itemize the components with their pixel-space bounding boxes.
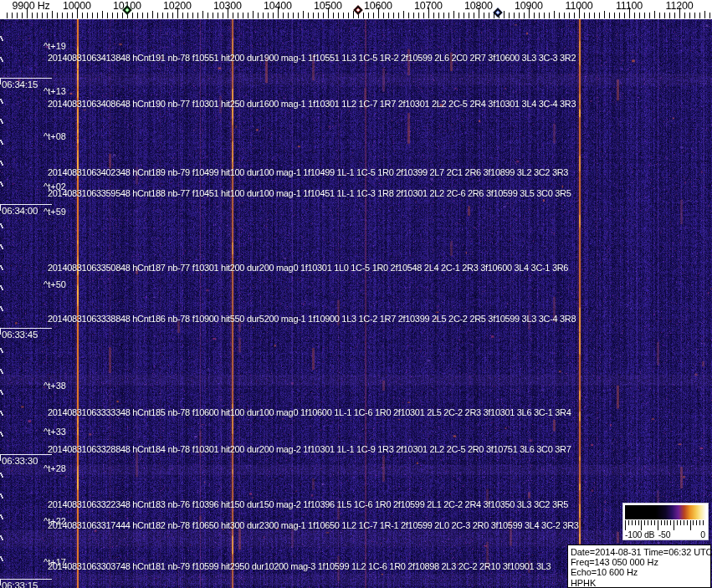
detection-log-row: 20140831063408648 hCnt190 nb-77 f10301 h… [48,99,576,109]
detection-log-row: 20140831063333348 hCnt185 nb-78 f10600 h… [48,407,571,417]
detection-log-row: 20140831063303748 hCnt181 nb-79 f10599 h… [48,561,551,571]
status-info-box: Date=2014-08-31 Time=06:32 UTCFreq=143 0… [567,545,711,588]
detection-log-row: 20140831063328848 hCnt184 nb-78 f10301 h… [48,444,571,454]
detection-log-row: 20140831063402348 hCnt189 nb-79 f10499 h… [48,167,568,177]
freq-tick-label: 10700 [414,0,443,12]
marker-center-dot [356,8,360,12]
detection-t-mark: ^t+28 [44,463,66,473]
marker-center-dot [125,8,129,12]
detection-t-mark: ^t+08 [44,131,66,141]
detection-log-row: 20140831063413848 hCnt191 nb-78 f10551 h… [48,53,576,63]
info-box-line: Date=2014-08-31 Time=06:32 UTC [571,547,710,557]
detection-t-mark: ^t+50 [44,279,66,289]
db-gradient-bar [625,505,706,519]
freq-tick-label: 11100 [616,0,643,12]
detection-t-mark: ^t+19 [44,41,66,51]
time-axis-label: 06:34:15 [2,79,38,89]
detection-log-row: 20140831063317444 hCnt182 nb-78 f10650 h… [48,520,579,530]
detection-t-mark: ^t+33 [44,427,66,437]
info-box-line: Echo=10 600 Hz [571,567,710,577]
detection-t-mark: ^t+38 [44,381,66,391]
freq-tick-label: 10000 [63,0,91,12]
freq-tick-label: 10300 [213,0,242,12]
freq-tick-label: 10800 [464,0,493,12]
db-label-mid: -50 [658,529,671,539]
time-axis-label: 06:33:15 [2,580,38,588]
freq-tick-label: 11200 [666,0,694,12]
freq-tick-label: 11000 [566,0,593,12]
detection-log-row: 20140831063359548 hCnt188 nb-77 f10451 h… [48,188,571,198]
freq-tick-label: 10900 [515,0,543,12]
info-box-line: Freq=143 050 000 Hz [571,557,710,567]
marker-center-dot [496,11,499,14]
detection-t-mark: ^t+59 [44,207,66,217]
db-scale-labels: -100 dB -50 0 [625,529,706,540]
db-label-max: 0 [700,529,705,539]
detection-log-row: 20140831063350848 hCnt187 nb-77 f10301 h… [48,263,568,273]
freq-tick-label: 10400 [264,0,292,12]
db-color-scale: -100 dB -50 0 [622,503,709,540]
detection-log-row: 20140831063338848 hCnt186 nb-78 f10900 h… [48,314,576,324]
detection-log-row: 20140831063322348 hCnt183 nb-76 f10396 h… [48,499,568,509]
time-axis-label: 06:33:45 [2,330,38,340]
detection-t-mark: ^t+13 [44,86,66,96]
freq-tick-label: 9900 Hz [12,0,49,12]
freq-tick-label: 10200 [163,0,192,12]
time-axis-label: 06:33:30 [2,456,38,466]
freq-tick-label: 10600 [364,0,392,12]
freq-tick-label: 10500 [314,0,342,12]
time-axis-label: 06:34:00 [2,206,38,216]
info-box-line: HPHK [571,578,710,588]
db-label-min: -100 dB [625,529,654,539]
spectrogram-window: 9900 Hz100001010010200103001040010500106… [0,0,712,588]
